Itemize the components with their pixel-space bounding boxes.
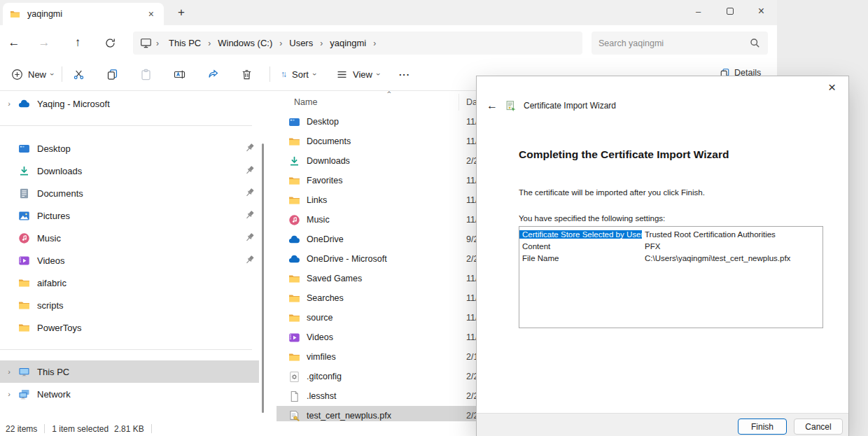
- sort-button[interactable]: ↑↓ Sort ›: [275, 63, 322, 85]
- expander-chevron-icon[interactable]: ›: [0, 99, 18, 108]
- sidebar-item-label: Downloads: [37, 166, 82, 176]
- certificate-wizard-icon: [505, 100, 517, 112]
- pictures-icon: [18, 210, 30, 222]
- videos-icon: [18, 255, 30, 267]
- sidebar-item-desktop[interactable]: Desktop: [0, 137, 266, 160]
- details-icon: [720, 68, 730, 76]
- sidebar-item-label: scripts: [37, 300, 64, 311]
- cancel-button[interactable]: Cancel: [794, 419, 843, 435]
- name-column-header[interactable]: Name: [294, 97, 317, 107]
- settings-key: Certificate Store Selected by User: [519, 230, 642, 239]
- desktop-icon: [18, 143, 30, 155]
- status-divider: [44, 424, 45, 433]
- folder-icon: [288, 312, 300, 324]
- details-button-label: Details: [734, 68, 761, 76]
- settings-row[interactable]: Certificate Store Selected by UserTruste…: [519, 228, 822, 240]
- sidebar-item-label: PowerToys: [37, 323, 82, 333]
- refresh-button[interactable]: [98, 31, 122, 55]
- pin-icon: [244, 187, 255, 199]
- settings-value: PFX: [642, 242, 660, 251]
- tab-close-icon[interactable]: ×: [146, 8, 157, 20]
- expander-chevron-icon[interactable]: ›: [0, 367, 18, 376]
- item-count: 22 items: [6, 424, 37, 434]
- chevron-down-icon: ›: [48, 73, 57, 76]
- refresh-icon: [104, 37, 116, 49]
- details-button-partial[interactable]: Details: [720, 68, 762, 76]
- breadcrumb: This PC›Windows (C:)›Users›yaqingmi›: [163, 36, 377, 50]
- new-button[interactable]: New ›: [6, 63, 59, 85]
- column-divider[interactable]: [458, 94, 459, 111]
- forward-button[interactable]: →: [32, 31, 56, 55]
- new-tab-button[interactable]: +: [172, 4, 190, 21]
- explorer-tab[interactable]: yaqingmi ×: [3, 3, 164, 25]
- sidebar-item-label: aifabric: [37, 278, 66, 288]
- trash-icon: [241, 69, 253, 80]
- sidebar-item-label: This PC: [37, 367, 69, 377]
- rename-button[interactable]: [167, 63, 192, 85]
- expander-chevron-icon[interactable]: ›: [0, 390, 18, 398]
- folder-icon: [18, 277, 30, 289]
- copy-button[interactable]: [99, 63, 125, 85]
- selection-size: 2.81 KB: [114, 424, 144, 434]
- sidebar-item-videos[interactable]: Videos: [0, 249, 266, 272]
- sidebar-item-scripts[interactable]: scripts: [0, 294, 266, 316]
- settings-list[interactable]: Certificate Store Selected by UserTruste…: [519, 226, 823, 328]
- pin-icon: [244, 164, 255, 176]
- dialog-heading: Completing the Certificate Import Wizard: [519, 148, 729, 161]
- settings-row[interactable]: File NameC:\Users\yaqingmi\test_cert_new…: [519, 252, 822, 264]
- sidebar-item-powertoys[interactable]: PowerToys: [0, 316, 266, 339]
- view-button[interactable]: View ›: [330, 63, 386, 85]
- scissors-icon: [73, 69, 85, 80]
- address-bar[interactable]: › This PC›Windows (C:)›Users›yaqingmi›: [133, 31, 582, 55]
- sidebar-item-music[interactable]: Music: [0, 227, 266, 249]
- file-name: Videos: [307, 332, 333, 342]
- breadcrumb-item-yaqingmi[interactable]: yaqingmi: [324, 36, 372, 50]
- file-name: OneDrive: [307, 234, 344, 244]
- view-button-label: View: [353, 69, 372, 80]
- share-button[interactable]: [200, 63, 225, 85]
- dialog-close-icon[interactable]: ×: [824, 78, 840, 97]
- finish-button[interactable]: Finish: [738, 419, 787, 435]
- chevron-right-icon: ›: [372, 38, 377, 48]
- search-icon: [749, 37, 761, 49]
- sidebar-item-network[interactable]: ›Network: [0, 383, 266, 405]
- more-button[interactable]: ···: [393, 63, 416, 85]
- sidebar-scrollbar[interactable]: [262, 143, 264, 413]
- search-input[interactable]: [598, 38, 749, 48]
- dialog-header: ← Certificate Import Wizard: [485, 99, 616, 112]
- back-button[interactable]: ←: [2, 31, 26, 55]
- copy-icon: [106, 69, 118, 80]
- maximize-button[interactable]: [714, 0, 746, 22]
- breadcrumb-item-this-pc[interactable]: This PC: [163, 36, 206, 50]
- file-name: .gitconfig: [307, 372, 342, 381]
- breadcrumb-item-windows-c-[interactable]: Windows (C:): [212, 36, 278, 50]
- close-button[interactable]: ×: [746, 0, 777, 22]
- desktop-icon: [288, 116, 300, 128]
- up-button[interactable]: ↑: [66, 31, 90, 55]
- pc-icon: [18, 366, 30, 378]
- search-box[interactable]: [592, 31, 768, 55]
- gear-file-icon: [288, 371, 300, 383]
- rename-icon: [174, 69, 186, 80]
- settings-row[interactable]: ContentPFX: [519, 240, 822, 252]
- sidebar-item-aifabric[interactable]: aifabric: [0, 272, 266, 294]
- sidebar-item-documents[interactable]: Documents: [0, 182, 266, 204]
- sidebar-item-pictures[interactable]: Pictures: [0, 204, 266, 227]
- delete-button[interactable]: [234, 63, 259, 85]
- settings-key: Content: [519, 242, 642, 251]
- dialog-back-icon[interactable]: ←: [485, 99, 499, 112]
- breadcrumb-item-users[interactable]: Users: [284, 36, 318, 50]
- paste-button[interactable]: [133, 63, 158, 85]
- music-icon: [288, 214, 300, 226]
- toolbar-divider: [270, 66, 270, 82]
- minimize-button[interactable]: –: [682, 0, 714, 22]
- sidebar-item-this-pc[interactable]: ›This PC: [0, 360, 259, 383]
- cut-button[interactable]: [66, 63, 91, 85]
- sidebar-item-downloads[interactable]: Downloads: [0, 160, 266, 182]
- window-controls: – ×: [682, 0, 777, 22]
- sidebar-item-yaqing-microsoft[interactable]: ›Yaqing - Microsoft: [0, 92, 266, 115]
- cloud-icon: [288, 234, 300, 246]
- cert-icon: [288, 410, 300, 422]
- file-name: Favorites: [307, 176, 342, 185]
- dialog-body-text: The certificate will be imported after y…: [519, 188, 705, 197]
